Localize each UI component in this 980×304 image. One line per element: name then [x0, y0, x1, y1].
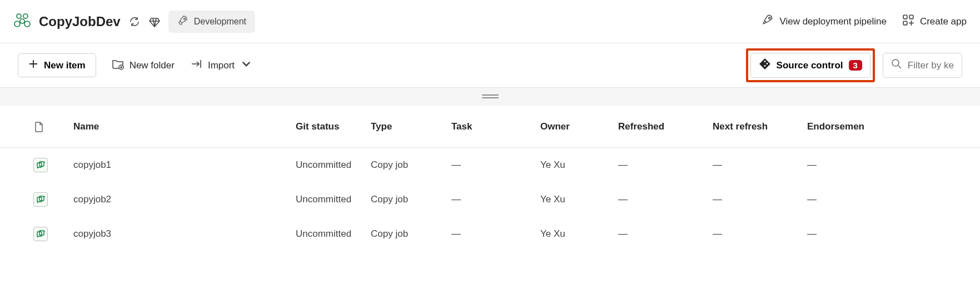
cell-task: — — [451, 194, 540, 205]
svg-rect-7 — [903, 15, 907, 19]
svg-point-5 — [183, 18, 185, 19]
toolbar: New item New folder Import — [0, 43, 980, 88]
cell-next-refresh: — — [713, 228, 807, 240]
cell-git-status: Uncommitted — [296, 194, 371, 205]
th-endorsement[interactable]: Endorsemen — [807, 121, 967, 132]
filter-input[interactable]: Filter by ke — [883, 53, 962, 78]
app-grid-icon — [902, 14, 914, 29]
chevron-down-icon — [240, 58, 252, 73]
search-icon — [891, 58, 902, 72]
cell-owner: Ye Xu — [540, 228, 618, 240]
table-row[interactable]: copyjob2 Uncommitted Copy job — Ye Xu — … — [0, 182, 980, 217]
rocket-icon — [762, 14, 774, 29]
git-icon — [759, 58, 771, 73]
th-git-status[interactable]: Git status — [296, 121, 371, 132]
workspace-title: CopyJobDev — [39, 14, 121, 29]
cell-task: — — [451, 228, 540, 240]
header-right: View deployment pipeline Create app — [762, 14, 967, 29]
filter-placeholder: Filter by ke — [908, 60, 954, 71]
svg-point-4 — [20, 19, 24, 23]
cell-task: — — [451, 160, 540, 171]
rocket-icon — [177, 15, 188, 28]
items-table: Name Git status Type Task Owner Refreshe… — [0, 106, 980, 251]
cell-next-refresh: — — [713, 194, 807, 205]
source-control-count: 3 — [849, 60, 862, 71]
sync-icon[interactable] — [128, 16, 141, 28]
th-task[interactable]: Task — [451, 121, 540, 132]
new-folder-button[interactable]: New folder — [112, 58, 175, 73]
svg-point-6 — [769, 17, 770, 19]
header-left: CopyJobDev Development — [13, 11, 255, 33]
cell-git-status: Uncommitted — [296, 228, 371, 240]
new-folder-label: New folder — [130, 60, 175, 71]
page-header: CopyJobDev Development — [0, 0, 980, 43]
svg-point-2 — [14, 21, 20, 27]
th-name[interactable]: Name — [73, 121, 296, 132]
cell-refreshed: — — [618, 160, 713, 171]
cell-endorsement: — — [807, 160, 967, 171]
cell-endorsement: — — [807, 194, 967, 205]
resize-strip[interactable] — [0, 88, 980, 106]
cell-next-refresh: — — [713, 160, 807, 171]
import-icon — [190, 58, 202, 73]
pipeline-link-label: View deployment pipeline — [779, 16, 886, 27]
cell-name: copyjob3 — [73, 228, 296, 240]
cell-name: copyjob2 — [73, 194, 296, 205]
th-refreshed[interactable]: Refreshed — [618, 121, 713, 132]
copyjob-icon — [33, 158, 48, 172]
table-header-row: Name Git status Type Task Owner Refreshe… — [0, 106, 980, 148]
th-next-refresh[interactable]: Next refresh — [713, 121, 807, 132]
svg-point-3 — [24, 21, 30, 27]
svg-point-11 — [892, 59, 899, 66]
import-button[interactable]: Import — [190, 58, 252, 73]
svg-rect-8 — [909, 15, 913, 19]
table-row[interactable]: copyjob3 Uncommitted Copy job — Ye Xu — … — [0, 217, 980, 251]
stage-label: Development — [194, 17, 246, 27]
toolbar-left: New item New folder Import — [18, 53, 252, 77]
cell-git-status: Uncommitted — [296, 160, 371, 171]
svg-rect-9 — [903, 21, 907, 25]
copyjob-icon — [33, 227, 48, 241]
toolbar-right: Source control 3 Filter by ke — [746, 48, 962, 82]
create-app-link[interactable]: Create app — [902, 14, 967, 29]
cell-endorsement: — — [807, 228, 967, 240]
create-app-label: Create app — [920, 16, 967, 27]
cell-owner: Ye Xu — [540, 194, 618, 205]
cell-refreshed: — — [618, 194, 713, 205]
drag-handle-icon — [482, 94, 499, 99]
diamond-icon[interactable] — [148, 16, 161, 28]
new-item-label: New item — [44, 60, 86, 71]
th-owner[interactable]: Owner — [540, 121, 618, 132]
cell-name: copyjob1 — [73, 160, 296, 171]
folder-plus-icon — [112, 58, 124, 73]
plus-icon — [28, 59, 38, 72]
copyjob-icon — [33, 192, 48, 207]
source-control-label: Source control — [777, 60, 843, 71]
table-row[interactable]: copyjob1 Uncommitted Copy job — Ye Xu — … — [0, 148, 980, 182]
new-item-button[interactable]: New item — [18, 53, 96, 77]
cell-refreshed: — — [618, 228, 713, 240]
cell-type: Copy job — [371, 194, 451, 205]
document-icon — [33, 121, 73, 132]
workspace-icon — [13, 12, 31, 31]
import-label: Import — [208, 60, 235, 71]
cell-owner: Ye Xu — [540, 160, 618, 171]
view-pipeline-link[interactable]: View deployment pipeline — [762, 14, 886, 29]
source-control-button[interactable]: Source control 3 — [750, 53, 870, 78]
cell-type: Copy job — [371, 228, 451, 240]
svg-point-0 — [17, 14, 21, 18]
th-type[interactable]: Type — [371, 121, 451, 132]
stage-badge[interactable]: Development — [168, 11, 255, 33]
cell-type: Copy job — [371, 160, 451, 171]
svg-point-1 — [23, 14, 28, 18]
source-control-highlight: Source control 3 — [746, 48, 875, 82]
